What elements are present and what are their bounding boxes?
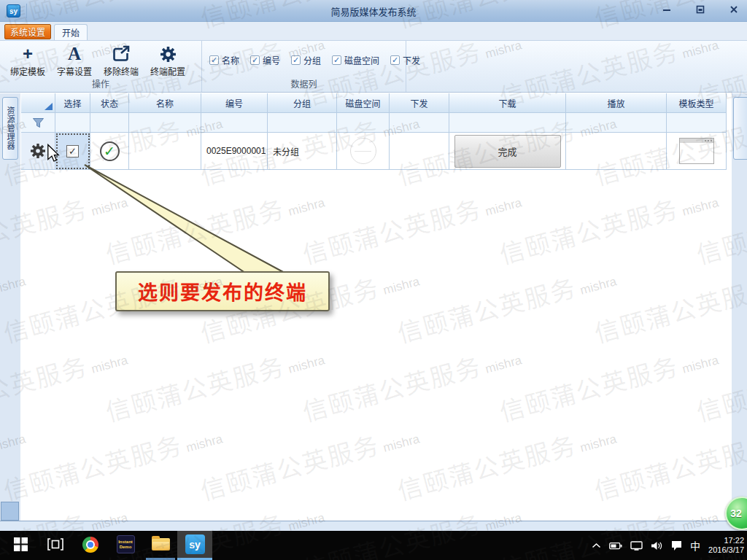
task-view-button[interactable] [41, 531, 70, 558]
filter-input[interactable] [90, 113, 129, 133]
tray-date: 2016/3/17 [708, 545, 744, 555]
left-panel-strip: 资源管理器 [0, 93, 20, 521]
left-strip-bottom-block [1, 502, 19, 521]
filter-input[interactable] [449, 113, 566, 133]
speaker-icon[interactable] [651, 541, 663, 551]
cell-status: ✓ [90, 133, 129, 170]
callout-text: 选则要发布的终端 [138, 277, 307, 306]
filter-input[interactable] [390, 113, 449, 133]
chrome-icon [82, 537, 98, 553]
filter-input[interactable] [337, 113, 390, 133]
tray-time: 17:22 [708, 536, 744, 545]
checkbox-group[interactable]: 分组 [291, 54, 321, 66]
minimize-button[interactable] [659, 3, 674, 16]
titlebar: sy 简易版媒体发布系统 [0, 0, 747, 22]
checkbox-icon [332, 55, 341, 65]
group-label-data-columns: 数据列 [202, 77, 406, 90]
cell-number: 0025E9000001 [201, 133, 268, 170]
mouse-cursor [44, 144, 62, 163]
filter-input[interactable] [268, 113, 337, 133]
instant-demo-button[interactable]: Instant Demo [111, 531, 140, 558]
font-icon: A [68, 44, 81, 63]
filter-input[interactable] [55, 113, 90, 133]
cell-name [129, 133, 201, 170]
terminal-row: ✓ 0025E9000001 未分组 完成 [21, 133, 732, 170]
filter-cell[interactable] [21, 113, 55, 133]
filter-input[interactable] [129, 113, 201, 133]
corner-triangle-icon [44, 103, 53, 110]
cell-send [390, 133, 449, 170]
tray-chevron-up-icon[interactable] [592, 542, 601, 549]
filter-input[interactable] [566, 113, 667, 133]
checkbox-icon [390, 55, 400, 65]
system-settings-button[interactable]: 系统设置 [4, 24, 51, 39]
right-panel-tab[interactable] [733, 97, 747, 160]
file-explorer-button[interactable] [146, 531, 175, 558]
header-number[interactable]: 编号 [201, 93, 268, 113]
notification-icon[interactable] [671, 540, 682, 551]
cell-template-type [667, 133, 727, 170]
taskbar: Instant Demo sy [0, 531, 747, 560]
maximize-button[interactable] [693, 3, 708, 16]
cell-group: 未分组 [268, 133, 337, 170]
filter-input[interactable] [201, 113, 268, 133]
download-complete-button[interactable]: 完成 [454, 135, 561, 168]
remove-terminal-icon [112, 44, 131, 63]
instant-demo-icon: Instant Demo [117, 535, 135, 553]
resource-manager-tab[interactable]: 资源管理器 [2, 97, 18, 160]
callout-tooltip: 选则要发布的终端 [115, 271, 330, 311]
filter-input[interactable] [667, 113, 727, 133]
checkbox-icon [291, 55, 301, 65]
checkbox-disk-space[interactable]: 磁盘空间 [332, 54, 379, 66]
ribbon: + 绑定模板 A 字幕设置 移除终端 [0, 40, 747, 93]
checkbox-icon [250, 55, 260, 65]
right-panel-strip [732, 93, 747, 521]
grid-filter-row [21, 113, 732, 133]
battery-icon[interactable] [609, 542, 622, 550]
checkbox-icon [209, 55, 219, 65]
ribbon-tab-row: 系统设置 开始 [0, 22, 747, 40]
header-disk-space[interactable]: 磁盘空间 [337, 93, 390, 113]
header-select[interactable]: 选择 [55, 93, 90, 113]
header-name[interactable]: 名称 [129, 93, 201, 113]
folder-icon [152, 538, 170, 551]
cell-play [566, 133, 667, 170]
group-label-actions: 操作 [0, 77, 201, 90]
bind-template-button[interactable]: + 绑定模板 [4, 44, 51, 79]
window-status-band [0, 521, 747, 531]
row-gear-icon [30, 143, 46, 159]
chrome-button[interactable] [76, 531, 105, 558]
screen: sy 简易版媒体发布系统 系统设置 开始 + 绑定模板 [0, 0, 747, 560]
header-send[interactable]: 下发 [390, 93, 449, 113]
template-thumbnail [679, 138, 714, 164]
start-button[interactable] [6, 531, 35, 558]
plus-icon: + [23, 44, 33, 63]
ribbon-group-actions: + 绑定模板 A 字幕设置 移除终端 [0, 41, 202, 92]
close-button[interactable] [727, 3, 741, 16]
header-download[interactable]: 下载 [449, 93, 566, 113]
ribbon-group-data-columns: 名称 编号 分组 磁盘空间 下发 数据列 [202, 41, 406, 92]
subtitle-settings-button[interactable]: A 字幕设置 [51, 44, 98, 79]
remove-terminal-button[interactable]: 移除终端 [98, 44, 144, 79]
row-checkbox[interactable] [66, 145, 79, 158]
checkbox-name[interactable]: 名称 [209, 54, 239, 66]
header-template-type[interactable]: 模板类型 [667, 93, 727, 113]
checkbox-number[interactable]: 编号 [250, 54, 280, 66]
windows-logo-icon [14, 537, 28, 551]
gear-icon [160, 44, 177, 63]
checkbox-send[interactable]: 下发 [390, 54, 420, 66]
network-icon[interactable] [630, 541, 643, 551]
disk-space-gauge [350, 138, 376, 164]
terminal-config-button[interactable]: 终端配置 [144, 44, 191, 79]
sy-app-button[interactable]: sy [177, 531, 212, 558]
header-corner-cell[interactable] [21, 93, 55, 113]
tab-start[interactable]: 开始 [54, 24, 88, 40]
ime-indicator[interactable]: 中 [690, 538, 700, 553]
grid-header-row: 选择 状态 名称 编号 分组 磁盘空间 下发 下载 播放 模板类型 [21, 93, 732, 113]
window-controls [659, 3, 741, 16]
header-group[interactable]: 分组 [268, 93, 337, 113]
header-play[interactable]: 播放 [566, 93, 667, 113]
tray-clock[interactable]: 17:22 2016/3/17 [708, 536, 744, 555]
header-status[interactable]: 状态 [90, 93, 129, 113]
cell-disk-space [337, 133, 390, 170]
